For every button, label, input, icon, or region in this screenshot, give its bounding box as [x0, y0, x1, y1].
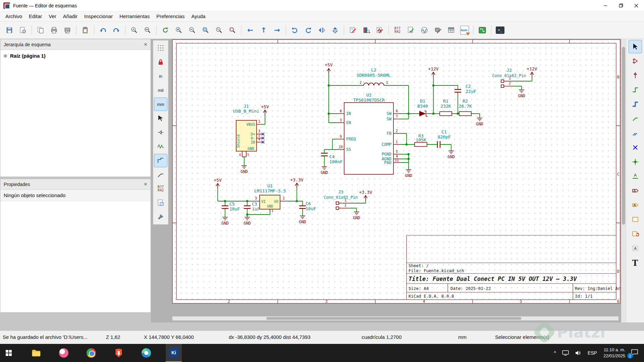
hier-sheet-icon[interactable]: [629, 213, 642, 226]
text-tool-icon[interactable]: T: [629, 256, 642, 269]
library-browser-icon[interactable]: [360, 23, 373, 37]
sheet-pin-icon[interactable]: [629, 227, 642, 241]
no-connect-icon[interactable]: [629, 141, 642, 154]
horizontal-scrollbar-thumb[interactable]: [266, 317, 521, 320]
parent-sheet-icon[interactable]: ↑: [257, 23, 270, 37]
mirror-horizontal-icon[interactable]: [328, 23, 342, 37]
pink-app-icon[interactable]: [56, 344, 72, 362]
simulator-icon[interactable]: [418, 23, 431, 37]
speaker-icon[interactable]: [575, 350, 582, 356]
add-wire-icon[interactable]: [629, 83, 642, 97]
start-button[interactable]: [1, 344, 17, 362]
ref: C1: [441, 129, 447, 134]
crosshair-cursor-icon[interactable]: [154, 112, 167, 125]
svg-text:A: A: [634, 246, 637, 250]
fields-table-icon[interactable]: [444, 23, 458, 37]
hv-wire-mode-icon[interactable]: [154, 154, 167, 167]
menu-inspeccionar[interactable]: Inspeccionar: [81, 13, 116, 19]
hidden-pins-icon[interactable]: [154, 126, 167, 139]
menu-archivo[interactable]: Archivo: [2, 13, 25, 19]
open-pcb-editor-icon[interactable]: [476, 23, 489, 37]
save-icon[interactable]: [3, 23, 16, 37]
find-icon[interactable]: A: [127, 23, 141, 37]
erc-markers-icon[interactable]: [154, 140, 167, 153]
properties-close-icon[interactable]: ×: [144, 181, 147, 188]
edit-symbol-fields-icon[interactable]: [346, 23, 360, 37]
tray-chevron-icon[interactable]: ^: [554, 350, 556, 356]
sheet-grid-icon[interactable]: [154, 196, 167, 209]
menu-ver[interactable]: Ver: [45, 13, 60, 19]
zoom-in-icon[interactable]: [172, 23, 185, 37]
undo-icon[interactable]: [96, 23, 110, 37]
sheet-settings-icon[interactable]: [16, 23, 30, 37]
clock[interactable]: 11:10 a. m. 22/01/2025: [603, 347, 625, 359]
zoom-out-icon[interactable]: [185, 23, 199, 37]
select-tool-icon[interactable]: [629, 40, 642, 53]
wire-entry-icon[interactable]: [629, 112, 642, 125]
schematic-drawing[interactable]: 2 3 4 5 6 B C D Sheet: / File: Fuente.ki…: [151, 39, 621, 322]
action-center-icon[interactable]: 2: [631, 349, 639, 357]
zoom-fit-icon[interactable]: [199, 23, 212, 37]
schematic-setup-icon[interactable]: [373, 23, 386, 37]
minimize-button[interactable]: [598, 0, 613, 11]
erc-icon[interactable]: [404, 23, 418, 37]
rotate-cw-icon[interactable]: [302, 23, 315, 37]
assign-footprints-icon[interactable]: [431, 23, 444, 37]
grid-lock-icon[interactable]: [154, 55, 167, 69]
find-replace-icon[interactable]: [141, 23, 154, 37]
annotate-icon[interactable]: R??R42: [391, 23, 404, 37]
units-mils-button[interactable]: mil: [154, 83, 167, 97]
add-symbol-icon[interactable]: [629, 54, 642, 68]
zoom-selection-icon[interactable]: [226, 23, 239, 37]
hier-label-icon[interactable]: A: [629, 198, 642, 212]
scripting-console-icon[interactable]: >_: [493, 23, 507, 37]
properties-wrench-icon[interactable]: [154, 210, 167, 224]
language-indicator[interactable]: ESP: [588, 350, 597, 356]
print-icon[interactable]: [47, 23, 61, 37]
restore-button[interactable]: [613, 0, 629, 11]
add-power-port-icon[interactable]: [629, 69, 642, 82]
add-bus-icon[interactable]: [629, 98, 642, 111]
grid-toggle-icon[interactable]: [154, 41, 167, 55]
global-label-icon[interactable]: A: [629, 184, 642, 197]
mirror-vertical-icon[interactable]: [315, 23, 328, 37]
file-explorer-icon[interactable]: [28, 344, 44, 362]
horizontal-scrollbar[interactable]: [172, 316, 619, 320]
bom-icon[interactable]: bom: [458, 23, 471, 37]
plot-icon[interactable]: [61, 23, 74, 37]
schematic-canvas[interactable]: 2 3 4 5 6 B C D Sheet: / File: Fuente.ki…: [151, 39, 621, 322]
textbox-icon[interactable]: A: [629, 242, 642, 255]
network-icon[interactable]: [562, 350, 569, 356]
menu-ayuda[interactable]: Ayuda: [188, 13, 209, 19]
hierarchy-root-item[interactable]: Raíz (página 1): [0, 50, 151, 62]
annotate-refs-icon[interactable]: R??R42: [154, 182, 167, 195]
menu-anadir[interactable]: Añadir: [60, 13, 81, 19]
vertical-scrollbar-thumb[interactable]: [622, 47, 625, 225]
paste-icon[interactable]: [78, 23, 92, 37]
net-label-icon[interactable]: A: [629, 170, 642, 183]
browser-profile-icon[interactable]: [138, 344, 154, 362]
vertical-scrollbar[interactable]: [621, 39, 626, 322]
menu-herramientas[interactable]: Herramientas: [116, 13, 153, 19]
menu-preferencias[interactable]: Preferencias: [153, 13, 188, 19]
menu-editar[interactable]: Editar: [25, 13, 45, 19]
kicad-taskbar-icon[interactable]: Ki: [166, 344, 182, 362]
rotate-ccw-icon[interactable]: [288, 23, 302, 37]
refresh-icon[interactable]: [159, 23, 172, 37]
prev-sheet-icon[interactable]: ←: [244, 23, 257, 37]
free-angle-wire-icon[interactable]: [154, 168, 167, 181]
copy-sheet-icon[interactable]: [34, 23, 47, 37]
units-mm-button[interactable]: mm: [154, 98, 167, 111]
close-button[interactable]: [629, 0, 644, 11]
hierarchy-close-icon[interactable]: ×: [144, 41, 147, 48]
units-inches-button[interactable]: in: [154, 69, 167, 83]
gnd-label: GND: [353, 216, 360, 220]
next-sheet-icon[interactable]: →: [270, 23, 284, 37]
status-delta: dx -36,8300 dy 25,4000 dist 44,7393: [229, 334, 311, 340]
zoom-objects-icon[interactable]: [212, 23, 226, 37]
chrome-icon[interactable]: [83, 344, 99, 362]
bus-entry-icon[interactable]: [629, 126, 642, 140]
brave-icon[interactable]: [111, 344, 127, 362]
redo-icon[interactable]: [110, 23, 123, 37]
add-junction-icon[interactable]: [629, 155, 642, 169]
